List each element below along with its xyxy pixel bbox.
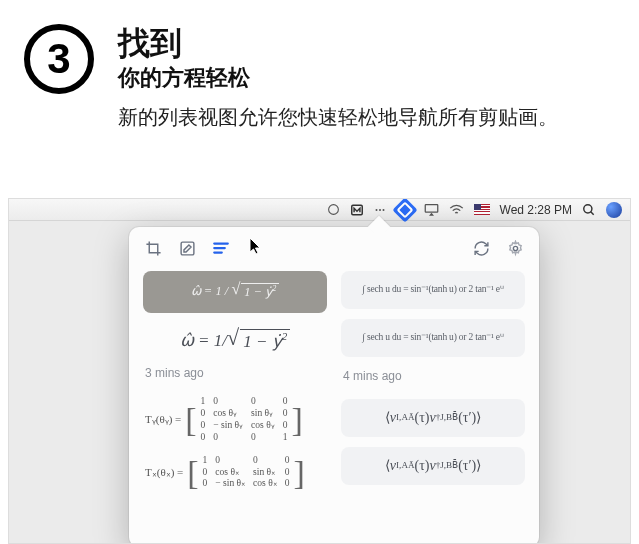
refresh-icon[interactable] [471,238,491,258]
svg-point-6 [584,204,592,212]
clip-matrix-2[interactable]: Tₓ(θₓ) = [ 10000cos θₓsin θₓ00− sin θₓco… [143,454,327,492]
clip-integral-1[interactable]: ∫ sech u du = sin⁻¹(tanh u) or 2 tan⁻¹ e… [341,271,525,309]
edit-icon[interactable] [177,238,197,258]
step-header: 3 找到 你的方程轻松 新的列表视图允许您快速轻松地导航所有剪贴画。 [0,0,639,132]
flag-icon[interactable] [474,199,490,220]
svg-point-4 [382,209,384,211]
svg-rect-1 [351,205,362,214]
clip-braket-1[interactable]: ⟨vI,AĀ(τ)v†J,BB̄(τ′)⟩ [341,399,525,437]
svg-point-2 [375,209,377,211]
left-column: ω̂ = 1 / √1 − ẏ2 ω̂ = 1/ √1 − ẏ2 3 mins … [143,271,327,544]
popover-toolbar [129,227,539,267]
step-title: 找到 [118,26,615,61]
step-text: 找到 你的方程轻松 新的列表视图允许您快速轻松地导航所有剪贴画。 [118,24,615,132]
step-number-badge: 3 [24,24,94,94]
step-subtitle: 你的方程轻松 [118,63,615,93]
user-menu-icon[interactable] [606,199,622,220]
svg-line-7 [591,211,594,214]
wifi-icon[interactable] [449,199,464,220]
cursor-icon [249,237,263,259]
step-number: 3 [47,35,70,83]
history-popover: ω̂ = 1 / √1 − ẏ2 ω̂ = 1/ √1 − ẏ2 3 mins … [129,227,539,544]
clip-timestamp: 4 mins ago [341,367,525,389]
mathpix-app-icon[interactable] [396,199,414,220]
clip-equation[interactable]: ω̂ = 1/ √1 − ẏ2 [143,323,327,354]
right-column: ∫ sech u du = sin⁻¹(tanh u) or 2 tan⁻¹ e… [341,271,525,544]
clip-matrix-1[interactable]: Tᵧ(θᵧ) = [ 10000cos θᵧsin θᵧ00− sin θᵧco… [143,396,327,444]
svg-point-12 [513,246,517,250]
clip-integral-2[interactable]: ∫ sech u du = sin⁻¹(tanh u) or 2 tan⁻¹ e… [341,319,525,357]
clip-thumbnail[interactable]: ω̂ = 1 / √1 − ẏ2 [143,271,327,313]
svg-point-0 [328,205,338,215]
list-icon[interactable] [211,238,231,258]
gear-icon[interactable] [505,238,525,258]
macos-menubar: Wed 2:28 PM [9,199,630,221]
screenshot-area: Wed 2:28 PM [8,198,631,544]
mic-icon[interactable] [327,199,340,220]
spotlight-icon[interactable] [582,199,596,220]
svg-rect-5 [425,205,438,213]
crop-icon[interactable] [143,238,163,258]
step-description: 新的列表视图允许您快速轻松地导航所有剪贴画。 [118,103,615,132]
svg-rect-8 [181,242,194,255]
clip-braket-2[interactable]: ⟨vI,AĀ(τ)v†J,BB̄(τ′)⟩ [341,447,525,485]
svg-point-3 [379,209,381,211]
airplay-icon[interactable] [424,199,439,220]
clip-timestamp: 3 mins ago [143,364,327,386]
app-m-icon[interactable] [350,199,364,220]
popover-body: ω̂ = 1 / √1 − ẏ2 ω̂ = 1/ √1 − ẏ2 3 mins … [129,267,539,544]
menubar-clock[interactable]: Wed 2:28 PM [500,199,572,220]
